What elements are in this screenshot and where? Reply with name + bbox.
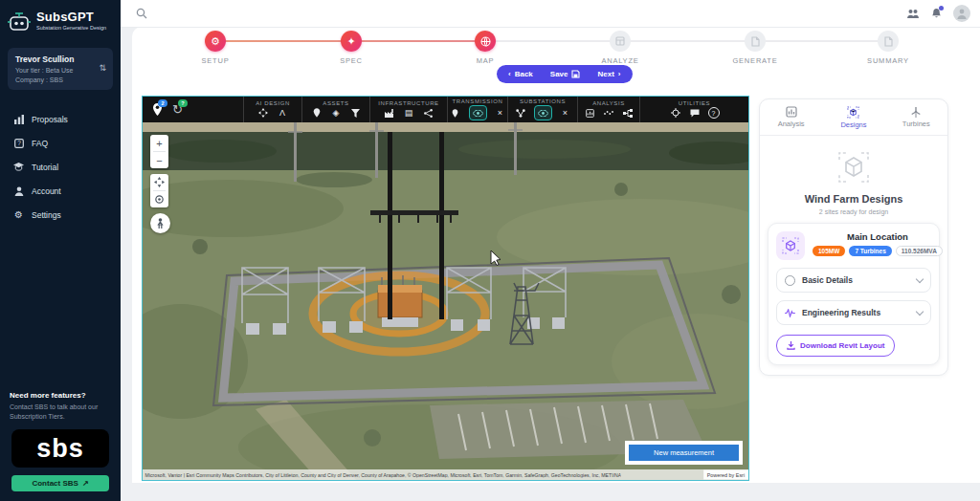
toolbar-group-analysis: ANALYSIS (577, 97, 639, 122)
filter-funnel-icon[interactable] (349, 107, 361, 119)
user-name: Trevor Scullion (15, 54, 105, 64)
chevron-left-icon: ‹ (508, 70, 511, 78)
step-generate[interactable] (745, 31, 766, 52)
transmission-visibility-eye-icon[interactable] (469, 105, 487, 120)
accordion-label: Basic Details (802, 275, 910, 285)
map-3d-scene (143, 122, 749, 481)
sidebar-item-proposals[interactable]: Proposals (0, 107, 121, 131)
user-tier: Your tier : Beta Use (15, 67, 105, 74)
substations-visibility-eye-icon[interactable] (534, 105, 552, 120)
sidebar-item-tutorial[interactable]: Tutorial (0, 155, 121, 179)
app-root: SubsGPT Substation Generative Design Tre… (0, 0, 980, 501)
powered-by-esri[interactable]: Powered by Esri (703, 470, 748, 480)
diamond-icon[interactable]: ◈ (330, 107, 342, 119)
branch-icon[interactable] (622, 107, 634, 119)
step-label-setup: SETUP (172, 56, 258, 65)
step-setup[interactable]: ⚙ (205, 31, 226, 52)
sidebar-item-label: Settings (32, 210, 61, 220)
close-icon[interactable]: × (560, 107, 571, 119)
step-map[interactable] (475, 31, 496, 52)
app-tagline: Substation Generative Design (36, 25, 106, 31)
sidebar-item-faq[interactable]: ? FAQ (0, 131, 121, 155)
factory-icon[interactable] (384, 107, 395, 119)
notification-dot (939, 6, 944, 11)
pan-icon[interactable] (150, 174, 168, 190)
step-label-summary: SUMMARY (845, 56, 931, 65)
zoom-out-button[interactable]: − (150, 152, 168, 168)
chat-icon[interactable] (689, 107, 701, 119)
tab-label: Designs (840, 120, 866, 129)
team-icon[interactable] (906, 9, 920, 19)
mva-badge: 110.526MVA (896, 246, 943, 256)
new-measurement-button[interactable]: New measurement (629, 445, 739, 461)
map-attribution: Microsoft, Vantor | Esri Community Maps … (143, 469, 748, 480)
turbines-tab-icon (910, 106, 922, 118)
gear-icon: ⚙ (211, 35, 220, 48)
tab-label: Turbines (902, 120, 930, 128)
toolbar-left-cluster: 2 ↻ ? (143, 97, 243, 122)
measurement-panel: New measurement (625, 441, 743, 465)
avatar[interactable] (953, 5, 970, 22)
zoom-in-button[interactable]: + (150, 135, 168, 151)
sidebar-item-label: Tutorial (32, 163, 58, 172)
site-card-main-location[interactable]: Main Location 105MW 7 Turbines 110.526MV… (768, 223, 940, 365)
chevron-down-icon (916, 307, 924, 315)
user-switcher-icon[interactable]: ⇅ (99, 63, 106, 73)
analysis-tab-icon (786, 106, 797, 118)
tab-designs[interactable]: Designs (822, 99, 884, 135)
wizard-actions: ‹Back Save Next› (497, 65, 633, 83)
share-network-icon[interactable] (422, 107, 434, 119)
step-analyze[interactable] (610, 31, 631, 52)
download-revit-layout-button[interactable]: Download Revit Layout (776, 335, 895, 357)
save-button[interactable]: Save (543, 70, 589, 78)
sidebar-item-label: Proposals (32, 115, 68, 124)
locate-icon[interactable] (150, 191, 168, 207)
marker-icon[interactable] (450, 107, 461, 119)
panel-icon[interactable]: ▤ (403, 107, 414, 119)
accordion-basic-details[interactable]: Basic Details (776, 268, 931, 293)
accordion-engineering-results[interactable]: Engineering Results (776, 300, 931, 325)
pegman-icon[interactable] (150, 213, 170, 233)
sidebar-nav: Proposals ? FAQ Tutorial Account ⚙ Setti… (0, 107, 121, 227)
move-arrows-icon[interactable] (257, 107, 269, 119)
map-viewport[interactable]: 2 ↻ ? AI DESIGN Λ ASSETS ◈ (142, 96, 749, 481)
crosshair-icon[interactable] (670, 107, 681, 119)
chevron-right-icon: › (618, 70, 621, 78)
document-icon (884, 36, 893, 47)
search-icon[interactable] (136, 8, 147, 19)
tutorial-icon (13, 162, 24, 172)
turbines-badge: 7 Turbines (849, 246, 891, 256)
toolbar-group-substations: SUBSTATIONS × (507, 97, 577, 122)
zoom-controls: + − (150, 135, 168, 168)
nodes-icon[interactable] (515, 107, 526, 119)
contour-dots-icon[interactable] (603, 107, 614, 119)
step-label-spec: SPEC (308, 56, 394, 65)
back-button[interactable]: ‹Back (501, 70, 541, 78)
user-card[interactable]: Trevor Scullion Your tier : Beta Use Com… (8, 48, 113, 90)
toolbar-group-assets: ASSETS ◈ (301, 97, 369, 122)
locations-pin-icon[interactable]: 2 (152, 103, 163, 116)
sidebar-footer: Need more features? Contact SBS to talk … (0, 391, 121, 501)
tab-label: Analysis (778, 120, 805, 128)
pin-icon[interactable] (311, 107, 323, 119)
orbit-icon[interactable]: ↻ ? (172, 103, 183, 116)
designs-cube-icon (760, 151, 947, 184)
toolbar-group-infrastructure: INFRASTRUCTURE ▤ (369, 97, 447, 122)
toolbar-group-utilities: UTILITIES ? (639, 97, 748, 122)
help-icon[interactable]: ? (708, 107, 720, 119)
chart-square-icon[interactable] (584, 107, 595, 119)
sidebar-item-settings[interactable]: ⚙ Settings (0, 203, 121, 227)
tab-analysis[interactable]: Analysis (760, 99, 822, 135)
tab-turbines[interactable]: Turbines (885, 99, 947, 135)
step-spec[interactable]: ✦ (341, 31, 362, 52)
close-icon[interactable]: × (495, 107, 506, 119)
step-summary[interactable] (878, 31, 899, 52)
map-controls: + − (150, 135, 170, 233)
notifications-bell-icon[interactable] (931, 8, 942, 19)
footer-title: Need more features? (10, 391, 111, 400)
lambda-tool-icon[interactable]: Λ (277, 107, 288, 119)
next-button[interactable]: Next› (590, 70, 628, 78)
sidebar-item-label: FAQ (32, 139, 48, 148)
sidebar-item-account[interactable]: Account (0, 179, 121, 203)
contact-sbs-button[interactable]: Contact SBS ↗ (11, 475, 109, 491)
